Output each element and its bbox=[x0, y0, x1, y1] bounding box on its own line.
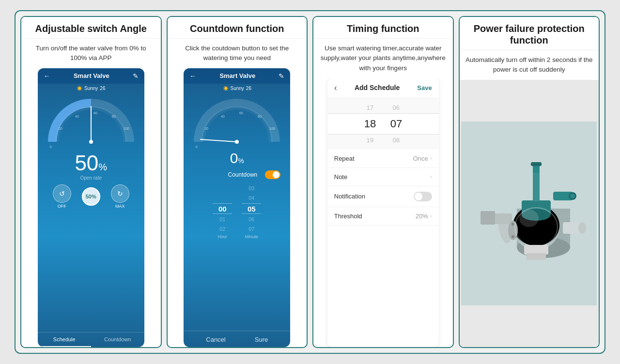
app1-back-icon[interactable]: ← bbox=[44, 72, 50, 80]
app2-hour-item-01[interactable]: 01 bbox=[219, 215, 225, 224]
app2-value: 0% bbox=[184, 149, 290, 167]
app3-hour2[interactable]: 18 bbox=[364, 118, 376, 130]
app2-min-selected[interactable]: 05 bbox=[242, 203, 261, 214]
app2-sure-btn[interactable]: Sure bbox=[255, 336, 268, 343]
svg-text:60: 60 bbox=[239, 111, 243, 115]
app3-repeat-text: Once bbox=[413, 155, 428, 162]
app3-min2[interactable]: 07 bbox=[390, 118, 402, 130]
app2-weather-temp: 26 bbox=[246, 86, 251, 91]
app2-edit-icon[interactable]: ✎ bbox=[279, 72, 284, 80]
app3-min1: 06 bbox=[390, 104, 402, 111]
app3-time-row2[interactable]: 18 07 bbox=[327, 113, 439, 135]
sun2-icon: ☀️ bbox=[223, 86, 229, 91]
app3-hour1: 17 bbox=[364, 104, 376, 111]
card4-image bbox=[460, 80, 599, 348]
app2-min-item-03[interactable]: 03 bbox=[248, 184, 254, 193]
card3-title: Timing function bbox=[318, 23, 448, 34]
svg-text:0: 0 bbox=[196, 145, 198, 149]
app2-countdown-toggle[interactable] bbox=[265, 170, 280, 179]
app3-time-row3: 19 08 bbox=[327, 135, 439, 146]
app2-back-icon[interactable]: ← bbox=[189, 72, 196, 80]
svg-text:0: 0 bbox=[50, 145, 52, 149]
app3-repeat-value: Once › bbox=[413, 155, 432, 162]
app1-value-number: 50 bbox=[75, 151, 98, 175]
app2-min-item-04[interactable]: 04 bbox=[248, 194, 254, 202]
app2-min-item-07[interactable]: 07 bbox=[248, 225, 254, 233]
app2-minute-picker[interactable]: 03 04 05 06 07 Minute bbox=[242, 184, 261, 239]
svg-rect-29 bbox=[480, 211, 495, 225]
app3-topbar: ‹ Add Schedule Save bbox=[327, 78, 439, 98]
card3-header: Timing function bbox=[313, 17, 453, 39]
app1-title: Smart Valve bbox=[74, 72, 109, 79]
app3-time-picker: 17 06 18 07 19 08 bbox=[327, 98, 439, 150]
svg-rect-25 bbox=[533, 170, 540, 201]
app2-min-item-06[interactable]: 06 bbox=[248, 215, 254, 224]
card3-app-screen: ‹ Add Schedule Save 17 06 18 07 19 bbox=[327, 78, 439, 347]
app1-buttons: ↺ OFF 50% ↻ MAX bbox=[38, 181, 144, 212]
card2-header: Countdown function bbox=[168, 17, 307, 39]
app1-tabs: Schedule Countdown bbox=[38, 332, 144, 347]
card4-title: Power failure protection function bbox=[465, 23, 594, 46]
app3-notification-row[interactable]: Notification bbox=[327, 186, 439, 207]
app2-minute-unit: Minute bbox=[245, 234, 258, 239]
app1-btn-off[interactable]: ↺ bbox=[53, 184, 71, 203]
app1-btn-value-text: 50% bbox=[86, 194, 96, 199]
app1-weather: ☀️ Sunny 26 bbox=[38, 84, 144, 92]
app2-gauge-area: 0 20 40 60 80 100 bbox=[184, 92, 290, 149]
card-power-failure: Power failure protection function Automa… bbox=[459, 16, 600, 348]
card1-app-screen: ← Smart Valve ✎ ☀️ Sunny 26 bbox=[38, 68, 144, 348]
app1-gauge-area: 0 20 40 60 80 100 bbox=[38, 92, 144, 149]
app1-tab-countdown[interactable]: Countdown bbox=[91, 333, 144, 347]
card2-desc: Click the coutdown button to set the wat… bbox=[168, 39, 307, 68]
app3-repeat-label: Repeat bbox=[334, 155, 355, 162]
app1-btn-value[interactable]: 50% bbox=[82, 187, 100, 206]
app3-back-icon[interactable]: ‹ bbox=[334, 83, 337, 93]
main-container: Adjustable switch Angle Turn on/off the … bbox=[15, 10, 605, 354]
app1-tab-schedule[interactable]: Schedule bbox=[38, 333, 91, 347]
svg-point-36 bbox=[519, 210, 539, 227]
svg-text:80: 80 bbox=[258, 115, 262, 118]
app3-repeat-row[interactable]: Repeat Once › bbox=[327, 150, 439, 168]
app3-title: Add Schedule bbox=[355, 84, 400, 91]
svg-text:40: 40 bbox=[75, 115, 79, 118]
svg-text:20: 20 bbox=[59, 127, 62, 130]
app2-hour-item-02[interactable]: 02 bbox=[219, 225, 225, 233]
app2-countdown-row: Countdown bbox=[184, 167, 290, 182]
app1-open-rate: Open rate bbox=[80, 175, 102, 181]
app2-hour-picker[interactable]: 00 01 02 Hour bbox=[213, 184, 232, 239]
app1-topbar: ← Smart Valve ✎ bbox=[38, 68, 144, 84]
svg-text:20: 20 bbox=[204, 127, 208, 130]
app3-note-label: Note bbox=[334, 173, 347, 181]
app3-threshold-label: Threshold bbox=[334, 212, 362, 220]
card-timing: Timing function Use smart watering timer… bbox=[312, 16, 454, 348]
svg-rect-38 bbox=[527, 253, 546, 260]
card1-body: ← Smart Valve ✎ ☀️ Sunny 26 bbox=[21, 68, 161, 348]
app2-actions: Cancel Sure bbox=[184, 331, 290, 347]
app3-notification-toggle[interactable] bbox=[414, 192, 432, 201]
svg-point-32 bbox=[512, 235, 514, 238]
app3-threshold-row[interactable]: Threshold 20% › bbox=[327, 207, 439, 226]
app3-time-row1: 17 06 bbox=[327, 102, 439, 113]
app3-min3: 08 bbox=[390, 136, 402, 144]
app1-value-row: 50% bbox=[75, 151, 107, 175]
card4-header: Power failure protection function bbox=[460, 17, 599, 50]
app1-weather-label: Sunny bbox=[84, 86, 98, 91]
app3-note-row[interactable]: Note › bbox=[327, 168, 439, 186]
threshold-chevron-icon: › bbox=[430, 212, 432, 219]
app3-save-btn[interactable]: Save bbox=[417, 84, 432, 91]
app2-title: Smart Valve bbox=[219, 72, 255, 79]
app2-hour-selected[interactable]: 00 bbox=[213, 203, 232, 214]
app1-edit-icon[interactable]: ✎ bbox=[133, 72, 139, 80]
svg-point-34 bbox=[578, 222, 586, 234]
svg-point-31 bbox=[512, 223, 514, 226]
app3-hour3: 19 bbox=[364, 136, 376, 144]
app1-btn-max[interactable]: ↻ bbox=[111, 184, 129, 203]
app1-btn-max-label: MAX bbox=[115, 204, 125, 209]
card2-app-screen: ← Smart Valve ✎ ☀️ Sunny 26 0 20 bbox=[184, 68, 290, 348]
card2-title: Countdown function bbox=[172, 23, 302, 34]
svg-rect-43 bbox=[531, 162, 542, 166]
app2-cancel-btn[interactable]: Cancel bbox=[206, 336, 225, 343]
valve-svg bbox=[461, 121, 597, 305]
app2-gauge-svg: 0 20 40 60 80 100 bbox=[191, 96, 283, 149]
app1-value-display: 50% Open rate bbox=[38, 149, 144, 181]
